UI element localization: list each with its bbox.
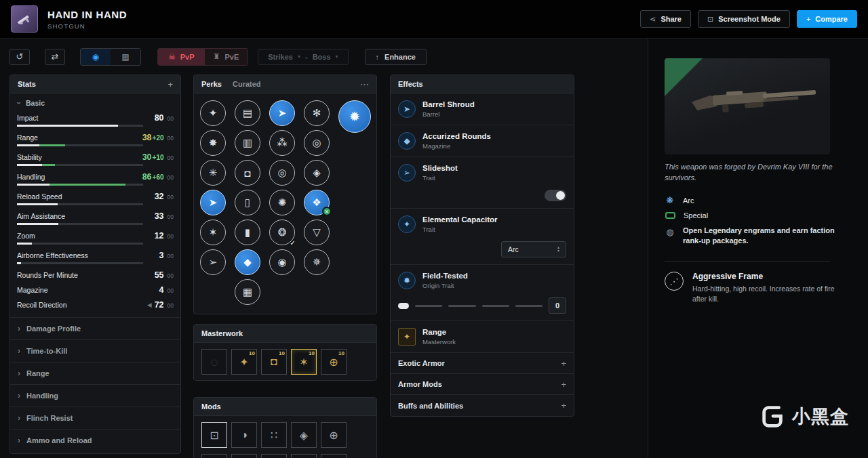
perk-icon[interactable]: ✶ — [200, 220, 226, 245]
stat-row[interactable]: Zoom 12 00 — [17, 229, 174, 249]
perk-icon[interactable]: ▦ — [235, 279, 260, 305]
pvp-tab[interactable]: ☠ PvP — [158, 49, 205, 65]
perk-icon[interactable]: ▽ — [304, 220, 330, 245]
perks-panel: Perks Curated ⋯ ✦ ✸ — [193, 75, 377, 314]
view-mode-reticle[interactable]: ◉ — [81, 49, 111, 65]
perk-icon[interactable]: ➤ — [269, 100, 295, 126]
effects-section-row[interactable]: Armor Mods + — [391, 374, 574, 395]
perk-icon[interactable]: ▮ — [235, 220, 260, 245]
masterwork-slot[interactable]: ✶ 10 — [291, 349, 317, 375]
stat-row[interactable]: Aim Assistance 33 00 — [17, 209, 174, 229]
pvp-label: PvP — [180, 53, 195, 61]
mod-slot[interactable]: ⊕ — [321, 422, 347, 448]
view-mode-grid[interactable]: ▦ — [111, 49, 140, 65]
undo-button[interactable]: ↺ — [9, 49, 30, 65]
masterwork-slot[interactable]: ⊕ 10 — [321, 349, 347, 375]
slider-handle[interactable] — [398, 303, 409, 309]
stat-bar — [17, 243, 143, 245]
enhance-button[interactable]: ↑ Enhance — [365, 49, 427, 65]
perk-icon[interactable]: ✹ — [338, 100, 371, 133]
share-button[interactable]: ⋖ Share — [640, 10, 691, 28]
stat-value: 55 — [155, 270, 164, 280]
perk-icon[interactable]: ◉ — [269, 249, 295, 275]
mod-slot[interactable] — [321, 454, 347, 458]
perk-icon[interactable]: ➤ — [200, 190, 226, 215]
perk-icon[interactable]: ❖ ✕ — [304, 190, 330, 215]
stat-row[interactable]: Airborne Effectiveness 3 00 — [17, 249, 174, 268]
activity-selector[interactable]: Strikes ▾ - Boss ▾ — [258, 49, 348, 65]
perk-icon[interactable]: ✺ — [269, 190, 295, 215]
perk-icon[interactable]: ▥ — [235, 130, 260, 156]
mod-slot[interactable]: ⊡ — [201, 422, 227, 448]
stat-section-row[interactable]: › Time-to-Kill — [10, 339, 180, 362]
perk-icon[interactable]: ◈ — [304, 160, 330, 186]
flavor-text: This weapon was forged by Devrim Kay VII… — [665, 162, 835, 184]
perk-icon[interactable]: ◎ — [304, 130, 330, 156]
stat-row[interactable]: Reload Speed 32 00 — [17, 190, 174, 209]
stat-bar — [17, 164, 143, 167]
perk-icon[interactable]: ✳ — [200, 160, 226, 186]
perk-icon[interactable]: ✦ — [200, 100, 226, 126]
effect-type: Magazine — [422, 142, 491, 150]
slideshot-toggle[interactable] — [545, 190, 566, 201]
stat-row[interactable]: Stability 30 +10 00 — [17, 150, 174, 170]
perk-icon[interactable]: ➢ — [200, 249, 226, 275]
stat-row[interactable]: Rounds Per Minute 55 00 — [17, 268, 174, 283]
mod-slot[interactable] — [291, 454, 317, 458]
masterwork-slot[interactable]: ◌ — [201, 349, 227, 375]
masterwork-slot[interactable]: ✦ 10 — [231, 349, 257, 375]
stat-row[interactable]: Recoil Direction ◀ 72 00 — [17, 298, 174, 313]
compare-button[interactable]: + Compare — [797, 10, 857, 28]
perk-icon[interactable]: ▤ — [235, 100, 260, 126]
stat-sub-value: 00 — [167, 154, 174, 161]
mod-slot[interactable]: ∷ — [261, 422, 287, 448]
stat-section-row[interactable]: › Ammo and Reload — [10, 429, 180, 451]
perk-icon[interactable]: ◆ — [235, 249, 260, 275]
pve-tab[interactable]: ♜ PvE — [205, 49, 248, 65]
mod-icon: ◈ — [300, 429, 308, 442]
tab-curated[interactable]: Curated — [233, 80, 261, 88]
perk-icon[interactable]: ✵ — [304, 249, 330, 275]
stat-section-row[interactable]: › Flinch Resist — [10, 407, 180, 429]
slider-track-segment[interactable] — [415, 305, 442, 307]
perk-icon[interactable]: ❂ ✓ — [269, 220, 295, 245]
slider-track-segment[interactable] — [515, 305, 542, 307]
effect-row-accurized-rounds[interactable]: ◆ Accurized Rounds Magazine — [391, 125, 574, 157]
effects-section-row[interactable]: Buffs and Abilities + — [391, 395, 574, 416]
stat-section-row[interactable]: › Damage Profile — [10, 317, 180, 339]
pin-stats-icon[interactable]: + — [167, 79, 173, 89]
element-select[interactable]: Arc ▴ ▾ — [501, 241, 566, 257]
randomize-button[interactable]: ⇄ — [45, 49, 65, 65]
screenshot-mode-button[interactable]: ⊡ Screenshot Mode — [698, 10, 790, 28]
perk-glyph: ❖ — [312, 196, 321, 209]
perk-icon[interactable]: ◘ — [235, 160, 260, 186]
stat-row[interactable]: Handling 86 +60 00 — [17, 170, 174, 190]
perk-icon[interactable]: ◎ — [269, 160, 295, 186]
mod-slot[interactable] — [201, 454, 227, 458]
effects-section-row[interactable]: Exotic Armor + — [391, 353, 574, 374]
caret-down-icon: ▾ — [336, 54, 338, 60]
slider-track-segment[interactable] — [482, 305, 509, 307]
stat-section-row[interactable]: › Handling — [10, 384, 180, 407]
mod-slot[interactable] — [231, 454, 257, 458]
stat-row[interactable]: Magazine 4 00 — [17, 283, 174, 298]
perk-icon[interactable]: ⁂ — [269, 130, 295, 156]
slider-track-segment[interactable] — [448, 305, 475, 307]
mod-slot[interactable]: ◑ — [231, 422, 257, 448]
stat-section-row[interactable]: › Range — [10, 362, 180, 384]
perk-icon[interactable]: ✻ — [304, 100, 330, 126]
perks-menu-icon[interactable]: ⋯ — [360, 79, 369, 89]
mod-slot[interactable] — [261, 454, 287, 458]
effects-collapsed-sections: Exotic Armor + Armor Mods + Buffs and Ab… — [391, 353, 574, 416]
masterwork-slot[interactable]: ◘ 10 — [261, 349, 287, 375]
effect-row-range-masterwork[interactable]: ✦ Range Masterwork — [391, 321, 574, 353]
perk-icon[interactable]: ▯ — [235, 190, 260, 215]
weapon-thumbnail[interactable] — [11, 5, 38, 33]
stats-group-basic[interactable]: › Basic — [10, 95, 180, 111]
stat-row[interactable]: Range 38 +20 00 — [17, 131, 174, 150]
stat-row[interactable]: Impact 80 00 — [17, 111, 174, 131]
effect-row-barrel-shroud[interactable]: ➤ Barrel Shroud Barrel — [391, 93, 574, 125]
mod-slot[interactable]: ◈ — [291, 422, 317, 448]
perk-icon[interactable]: ✸ — [200, 130, 226, 156]
effect-type: Barrel — [422, 110, 475, 118]
